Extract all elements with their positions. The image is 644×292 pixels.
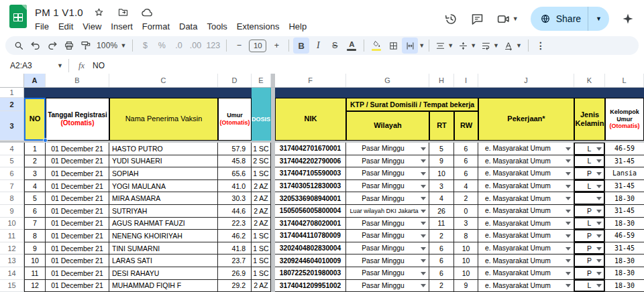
cell-kelompok-umur[interactable]: 31-45 bbox=[605, 205, 644, 218]
cell-no[interactable]: 6 bbox=[24, 205, 46, 218]
header-rt-cell[interactable]: RT bbox=[429, 111, 454, 141]
cell-nik[interactable]: 3174042202790006 bbox=[275, 155, 346, 168]
cell-tanggal-registrasi[interactable]: 01 December 21 bbox=[46, 155, 109, 168]
cell-nama-penerima[interactable]: HASTO PUTRO bbox=[109, 143, 218, 155]
menu-format[interactable]: Format bbox=[138, 20, 174, 33]
cell-nama-penerima[interactable]: SOPIAH bbox=[109, 167, 218, 180]
cell-pekerjaan-dropdown[interactable]: e. Masyarakat Umum bbox=[478, 205, 574, 218]
number-format-button[interactable]: 123 bbox=[204, 38, 222, 54]
cell-rw[interactable]: 10 bbox=[454, 254, 478, 267]
cell-no[interactable]: 10 bbox=[24, 254, 46, 267]
cell-rt[interactable]: 6 bbox=[429, 267, 454, 280]
dropdown-arrow-icon[interactable] bbox=[566, 247, 571, 250]
header-rw-cell[interactable]: RW bbox=[454, 111, 478, 141]
cell-tanggal-registrasi[interactable]: 01 December 21 bbox=[46, 267, 109, 280]
cell-kelompok-umur[interactable]: 31-45 bbox=[605, 242, 644, 255]
cell-nik[interactable]: 3174047105590003 bbox=[275, 167, 346, 180]
dropdown-arrow-icon[interactable] bbox=[596, 284, 602, 287]
header-ktp-group-cell[interactable]: KTP / Surat Domisili / Tempat bekerja bbox=[346, 98, 478, 111]
cell-dosis[interactable]: 2 AZ bbox=[252, 280, 271, 292]
cell-pekerjaan-dropdown[interactable]: e. Masyarakat Umum bbox=[478, 230, 574, 242]
menu-tools[interactable]: Tools bbox=[202, 20, 231, 33]
row-header-15[interactable]: 15 bbox=[0, 280, 24, 292]
menu-help[interactable]: Help bbox=[284, 20, 311, 33]
share-dropdown-button[interactable]: ▼ bbox=[588, 7, 609, 31]
menu-view[interactable]: View bbox=[78, 20, 106, 33]
header-wilayah-cell[interactable]: Wilayah bbox=[346, 111, 429, 141]
row-header-6[interactable]: 6 bbox=[0, 167, 24, 180]
cell-no[interactable]: 3 bbox=[24, 167, 46, 180]
menu-data[interactable]: Data bbox=[174, 20, 202, 33]
cell-nik[interactable]: 3174044110780009 bbox=[275, 230, 346, 242]
cell-kelompok-umur[interactable]: 46-59 bbox=[605, 143, 644, 155]
google-sheets-logo-icon[interactable] bbox=[9, 5, 27, 28]
cell-pekerjaan-dropdown[interactable]: e. Masyarakat Umum bbox=[478, 155, 574, 168]
row-header-3[interactable]: 3 bbox=[0, 111, 24, 141]
cell-umur[interactable]: 65.6 bbox=[218, 167, 252, 180]
row-header-1[interactable]: 1 bbox=[0, 88, 24, 98]
italic-button[interactable]: I bbox=[310, 38, 326, 54]
cell-umur[interactable]: 30.3 bbox=[218, 192, 252, 205]
formula-input[interactable]: NO bbox=[93, 61, 105, 70]
cell-rw[interactable]: 3 bbox=[454, 218, 478, 230]
dropdown-arrow-icon[interactable] bbox=[596, 159, 602, 163]
cell-rw[interactable]: 4 bbox=[454, 180, 478, 193]
cell-wilayah-dropdown[interactable]: Pasar Minggu bbox=[346, 267, 429, 280]
cell-nama-penerima[interactable]: LARAS SATI bbox=[109, 254, 218, 267]
cell-kelompok-umur[interactable]: 31-45 bbox=[605, 180, 644, 193]
header-jenis-kelamin-cell[interactable]: Jenis Kelamin bbox=[574, 98, 605, 141]
cell-rt[interactable]: 6 bbox=[429, 242, 454, 255]
cell-dosis[interactable]: 1 SC bbox=[252, 267, 271, 280]
cell-no[interactable]: 4 bbox=[24, 180, 46, 193]
cell-dosis[interactable]: 2 AZ bbox=[252, 192, 271, 205]
cell-dosis[interactable]: 1 SC bbox=[252, 254, 271, 267]
cell-wilayah-dropdown[interactable]: Pasar Minggu bbox=[346, 242, 429, 255]
cell-tanggal-registrasi[interactable]: 01 December 21 bbox=[46, 242, 109, 255]
dropdown-arrow-icon[interactable] bbox=[596, 210, 602, 213]
cell-rt[interactable]: 10 bbox=[429, 167, 454, 180]
cell-dosis[interactable]: 2 SC bbox=[252, 155, 271, 168]
merge-cells-button[interactable] bbox=[402, 38, 418, 54]
cell-jenis-kelamin-dropdown[interactable]: P bbox=[574, 205, 605, 218]
dropdown-arrow-icon[interactable] bbox=[566, 222, 571, 225]
row-header-4[interactable]: 4 bbox=[0, 143, 24, 155]
cell-no[interactable]: 12 bbox=[24, 280, 46, 292]
cell-kelompok-umur[interactable]: 18-30 bbox=[605, 267, 644, 280]
cell-rw[interactable]: 0 bbox=[454, 205, 478, 218]
cell-nama-penerima[interactable]: YOGI MAULANA bbox=[109, 180, 218, 193]
cell-no[interactable]: 5 bbox=[24, 192, 46, 205]
row-header-9[interactable]: 9 bbox=[0, 205, 24, 218]
cell-rt[interactable]: 26 bbox=[429, 205, 454, 218]
cell-no[interactable]: 8 bbox=[24, 230, 46, 242]
banner-row-cell[interactable] bbox=[109, 88, 218, 98]
cell-nama-penerima[interactable]: DESI RAHAYU bbox=[109, 267, 218, 280]
selection-fill-handle[interactable] bbox=[43, 138, 48, 143]
star-icon[interactable] bbox=[91, 4, 107, 20]
banner-row-cell[interactable] bbox=[24, 88, 46, 98]
row-header-2[interactable]: 2 bbox=[0, 98, 24, 111]
cell-pekerjaan-dropdown[interactable]: e. Masyarakat Umum bbox=[478, 218, 574, 230]
camera-dropdown-caret-icon[interactable]: ▼ bbox=[513, 16, 519, 22]
dropdown-arrow-icon[interactable] bbox=[421, 247, 426, 250]
cell-rw[interactable]: 2 bbox=[454, 192, 478, 205]
cell-pekerjaan-dropdown[interactable]: e. Masyarakat Umum bbox=[478, 242, 574, 255]
paint-format-button[interactable] bbox=[78, 38, 94, 54]
cell-nik[interactable]: 3174030512830003 bbox=[275, 180, 346, 193]
cell-no[interactable]: 2 bbox=[24, 155, 46, 168]
banner-row-cell[interactable] bbox=[275, 88, 346, 98]
cell-no[interactable]: 1 bbox=[24, 143, 46, 155]
dropdown-arrow-icon[interactable] bbox=[421, 222, 426, 225]
dropdown-arrow-icon[interactable] bbox=[566, 259, 571, 263]
header-nik-cell[interactable]: NIK bbox=[275, 98, 346, 141]
banner-row-cell[interactable] bbox=[346, 88, 478, 98]
cell-rt[interactable]: 11 bbox=[429, 218, 454, 230]
dropdown-arrow-icon[interactable] bbox=[421, 172, 426, 175]
cell-no[interactable]: 9 bbox=[24, 242, 46, 255]
cell-wilayah-dropdown[interactable]: Luar wilayah DKI Jakarta bbox=[346, 205, 429, 218]
dropdown-arrow-icon[interactable] bbox=[566, 159, 571, 163]
header-umur-cell[interactable]: Umur (Otomatis) bbox=[218, 98, 252, 141]
cell-jenis-kelamin-dropdown[interactable] bbox=[574, 192, 605, 205]
cell-nik[interactable]: 3174042708020001 bbox=[275, 218, 346, 230]
cell-tanggal-registrasi[interactable]: 01 December 21 bbox=[46, 230, 109, 242]
cell-pekerjaan-dropdown[interactable]: e. Masyarakat Umum bbox=[478, 143, 574, 155]
